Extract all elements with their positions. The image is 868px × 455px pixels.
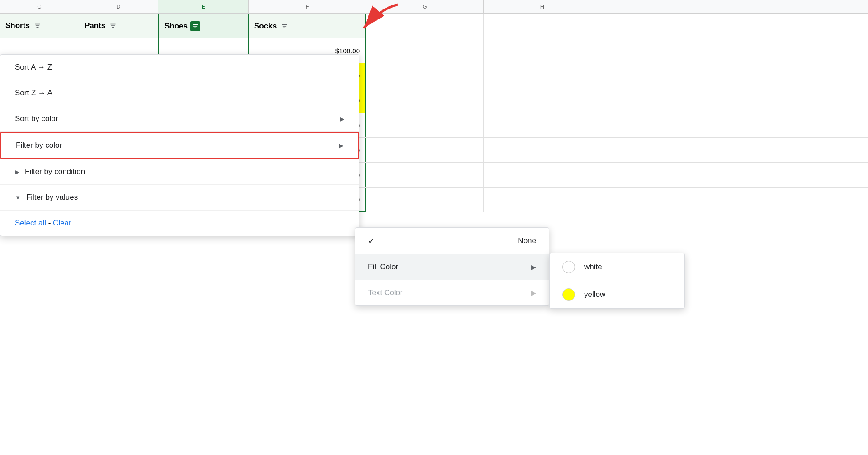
- sort-by-color-label: Sort by color: [15, 114, 58, 123]
- header-socks: Socks: [249, 14, 366, 38]
- header-rest-empty: [601, 14, 868, 38]
- color-white-item[interactable]: white: [550, 253, 684, 281]
- cell-h5: [484, 138, 601, 162]
- condition-expand-icon: ▶: [15, 169, 19, 175]
- cell-rest4: [601, 113, 868, 137]
- fill-color-label: Fill Color: [368, 263, 398, 272]
- sort-za-item[interactable]: Sort Z → A: [0, 80, 359, 106]
- header-pants: Pants: [79, 14, 158, 38]
- cell-rest5: [601, 138, 868, 162]
- cell-rest3: [601, 88, 868, 113]
- text-color-item[interactable]: Text Color ▶: [355, 280, 549, 305]
- color-yellow-item[interactable]: yellow: [550, 281, 684, 308]
- filter-icon-shoes-active[interactable]: [190, 21, 200, 31]
- shoes-label: Shoes: [165, 22, 188, 31]
- sort-az-item[interactable]: Sort A → Z: [0, 55, 359, 80]
- cell-h6: [484, 163, 601, 187]
- header-row: Shorts Pants Shoes: [0, 14, 868, 38]
- cell-h1: [484, 38, 601, 63]
- cell-g5: [366, 138, 484, 162]
- header-h-empty: [484, 14, 601, 38]
- socks-label: Socks: [254, 22, 277, 31]
- sort-by-color-item[interactable]: Sort by color ▶: [0, 106, 359, 132]
- cell-g3: [366, 88, 484, 113]
- sort-za-label: Sort Z → A: [15, 89, 52, 98]
- col-header-c: C: [0, 0, 79, 13]
- header-shoes: Shoes: [158, 14, 249, 38]
- cell-rest1: [601, 38, 868, 63]
- cell-g7: [366, 188, 484, 212]
- cell-g4: [366, 113, 484, 137]
- separator: -: [48, 219, 53, 227]
- clear-link[interactable]: Clear: [53, 219, 71, 227]
- values-expand-icon: ▼: [15, 194, 21, 201]
- none-label: None: [518, 236, 536, 245]
- cell-g1: [366, 38, 484, 63]
- cell-h2: [484, 63, 601, 88]
- col-header-e: E: [158, 0, 249, 13]
- cell-rest2: [601, 63, 868, 88]
- filter-icon-shorts[interactable]: [33, 21, 42, 31]
- header-g-empty: [366, 14, 484, 38]
- select-all-link[interactable]: Select all: [15, 219, 46, 227]
- text-color-arrow: ▶: [531, 289, 536, 296]
- fill-color-arrow: ▶: [531, 263, 536, 271]
- fill-color-item[interactable]: Fill Color ▶: [355, 254, 549, 280]
- filter-by-color-label: Filter by color: [16, 141, 62, 150]
- none-check-icon: ✓: [368, 236, 379, 246]
- filter-by-condition-item[interactable]: ▶ Filter by condition: [0, 159, 359, 185]
- pants-label: Pants: [85, 21, 105, 30]
- sort-by-color-arrow: ▶: [340, 115, 344, 122]
- fill-color-submenu: white yellow: [549, 253, 685, 309]
- filter-by-color-submenu: ✓ None Fill Color ▶ Text Color ▶: [355, 227, 549, 306]
- cell-h7: [484, 188, 601, 212]
- col-header-rest: [601, 0, 868, 13]
- white-label: white: [584, 263, 602, 272]
- col-header-d: D: [79, 0, 158, 13]
- header-shorts: Shorts: [0, 14, 79, 38]
- filter-icon-pants[interactable]: [108, 21, 118, 31]
- none-item[interactable]: ✓ None: [355, 228, 549, 254]
- yellow-swatch: [562, 288, 575, 301]
- cell-rest6: [601, 163, 868, 187]
- filter-icon-socks[interactable]: [279, 21, 289, 31]
- shorts-label: Shorts: [5, 21, 30, 30]
- col-header-h: H: [484, 0, 601, 13]
- filter-by-values-label: Filter by values: [26, 193, 78, 202]
- filter-by-condition-label: Filter by condition: [25, 167, 85, 176]
- cell-rest7: [601, 188, 868, 212]
- column-headers: C D E F G H: [0, 0, 868, 14]
- filter-dropdown-main: Sort A → Z Sort Z → A Sort by color ▶ Fi…: [0, 54, 359, 236]
- filter-by-values-item[interactable]: ▼ Filter by values: [0, 185, 359, 211]
- text-color-label: Text Color: [368, 288, 403, 297]
- sort-az-label: Sort A → Z: [15, 63, 52, 72]
- yellow-label: yellow: [584, 290, 605, 299]
- cell-h3: [484, 88, 601, 113]
- cell-h4: [484, 113, 601, 137]
- select-clear-row: Select all - Clear: [0, 211, 359, 236]
- cell-g6: [366, 163, 484, 187]
- cell-g2: [366, 63, 484, 88]
- white-swatch: [562, 261, 575, 273]
- filter-by-color-item[interactable]: Filter by color ▶: [0, 132, 359, 159]
- filter-by-color-arrow: ▶: [339, 142, 344, 149]
- col-header-f: F: [249, 0, 366, 13]
- col-header-g: G: [366, 0, 484, 13]
